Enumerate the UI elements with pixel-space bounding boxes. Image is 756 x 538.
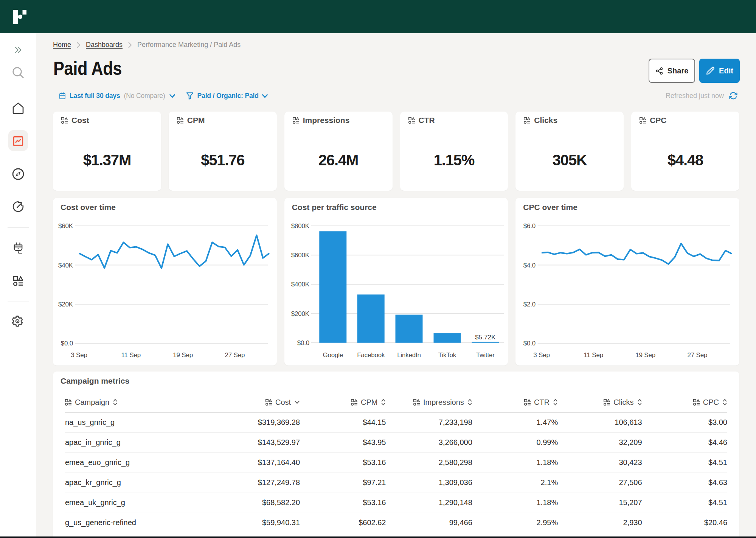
svg-text:$0.0: $0.0 (61, 340, 73, 347)
svg-text:$5.72K: $5.72K (475, 334, 496, 341)
svg-text:11 Sep: 11 Sep (121, 351, 141, 359)
svg-text:LinkedIn: LinkedIn (397, 351, 421, 359)
svg-text:27 Sep: 27 Sep (688, 351, 708, 359)
svg-text:$6.0: $6.0 (523, 222, 536, 230)
svg-text:19 Sep: 19 Sep (636, 351, 656, 359)
svg-text:Google: Google (323, 351, 343, 359)
svg-text:$4.0: $4.0 (523, 262, 536, 269)
svg-text:27 Sep: 27 Sep (225, 351, 245, 359)
svg-text:$40K: $40K (58, 262, 73, 269)
svg-text:$0.0: $0.0 (297, 339, 309, 347)
svg-text:3 Sep: 3 Sep (534, 351, 550, 359)
svg-text:$800K: $800K (291, 222, 309, 230)
svg-text:$200K: $200K (291, 310, 309, 317)
svg-text:TikTok: TikTok (438, 351, 456, 359)
svg-text:Twitter: Twitter (476, 351, 495, 359)
svg-text:$2.0: $2.0 (523, 301, 536, 308)
svg-text:Facebook: Facebook (357, 351, 385, 359)
svg-text:19 Sep: 19 Sep (173, 351, 193, 359)
svg-text:$20K: $20K (58, 301, 73, 308)
svg-text:$0.0: $0.0 (523, 340, 536, 347)
svg-text:3 Sep: 3 Sep (71, 351, 87, 359)
svg-text:$600K: $600K (291, 252, 309, 259)
svg-text:11 Sep: 11 Sep (584, 351, 603, 359)
svg-text:$60K: $60K (58, 222, 73, 230)
svg-text:$400K: $400K (291, 281, 309, 288)
